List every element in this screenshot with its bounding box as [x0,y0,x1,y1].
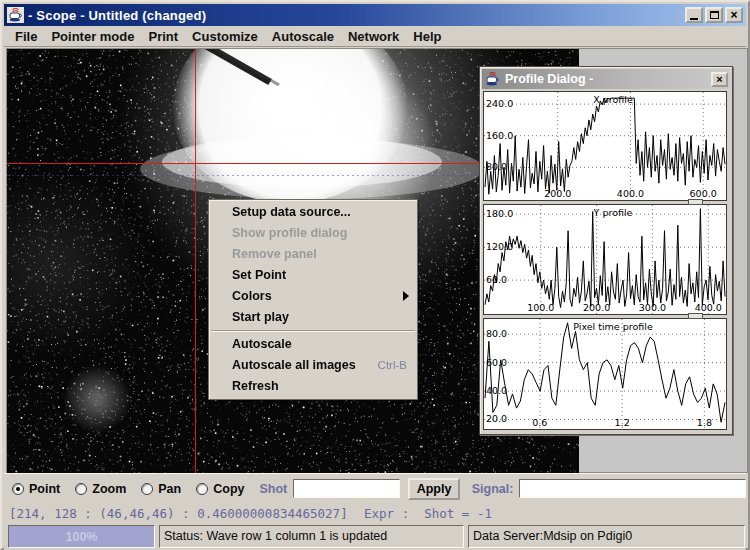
y-profile-chart[interactable]: 60.0120.0180.0100.0200.0300.0400.0Y prof… [483,204,727,315]
menu-item-label: Autoscale all images [232,358,356,372]
pixel-time-profile-chart[interactable]: 20.040.060.080.00.61.21.8Pixel time prof… [483,318,727,430]
radio-button-icon[interactable] [12,483,24,495]
progress-bar-fill: 100% [9,526,154,547]
svg-text:40.0: 40.0 [486,385,507,396]
menu-help[interactable]: Help [406,27,448,46]
radio-copy[interactable]: Copy [196,482,244,496]
svg-text:400.0: 400.0 [617,188,644,199]
svg-text:180.0: 180.0 [486,208,513,219]
menu-item-show-profile-dialog: Show profile dialog [210,223,416,244]
menu-item-label: Set Point [232,268,286,282]
profile-dialog-titlebar[interactable]: Profile Dialog - × [482,69,730,89]
menu-separator [211,330,415,332]
java-dialog-icon [484,71,501,87]
menu-item-label: Setup data source... [232,205,351,219]
minimize-button[interactable] [685,7,703,23]
radio-button-icon[interactable] [141,483,153,495]
radio-label: Pan [158,482,181,496]
radio-button-icon[interactable] [196,483,208,495]
signal-input[interactable] [519,479,746,498]
minimize-icon [690,18,698,20]
svg-text:60.0: 60.0 [486,357,507,368]
data-server-panel: Data Server:Mdsip on Pdigi0 [468,525,745,548]
radio-button-icon[interactable] [75,483,87,495]
splitter-grip[interactable] [688,313,703,319]
menu-item-label: Start play [232,310,289,324]
menu-item-label: Show profile dialog [232,226,347,240]
menu-file[interactable]: File [8,27,44,46]
wave-status-panel: Status: Wave row 1 column 1 is updated [159,525,464,548]
menu-item-label: Autoscale [232,337,292,351]
menu-customize[interactable]: Customize [185,27,265,46]
menu-network[interactable]: Network [341,27,406,46]
splitter-grip[interactable] [688,199,703,205]
radio-zoom[interactable]: Zoom [75,482,126,496]
svg-text:1.8: 1.8 [697,417,712,428]
pixel-coordinates-readout: [214, 128 : (46,46,46) : 0.4600000083446… [9,506,348,521]
close-icon: × [716,73,722,85]
window-titlebar[interactable]: - Scope - Untitled (changed) × [4,4,746,26]
maximize-button[interactable] [705,7,723,23]
menu-item-start-play[interactable]: Start play [210,307,416,328]
svg-text:160.0: 160.0 [486,130,513,141]
menu-print[interactable]: Print [141,27,185,46]
svg-text:400.0: 400.0 [695,302,722,313]
svg-text:200.0: 200.0 [583,302,610,313]
profile-dialog-title: Profile Dialog - [505,72,711,86]
crosshair-vertical-line [195,49,196,473]
svg-text:1.2: 1.2 [615,417,630,428]
menu-item-refresh[interactable]: Refresh [210,376,416,397]
pointer-mode-toolbar: Point Zoom Pan Copy Shot Apply Signal: [4,473,746,503]
context-menu: Setup data source... Show profile dialog… [208,199,418,400]
menu-item-label: Remove panel [232,247,317,261]
close-button[interactable]: × [725,7,743,23]
svg-text:600.0: 600.0 [690,188,717,199]
menu-accelerator: Ctrl-B [378,355,407,376]
scope-window: - Scope - Untitled (changed) × File Poin… [0,0,750,550]
menu-item-setup-data-source[interactable]: Setup data source... [210,202,416,223]
profile-charts-column: 80.0160.0240.0200.0400.0600.0X profile 6… [482,89,730,431]
radio-label: Point [29,482,60,496]
menu-item-autoscale[interactable]: Autoscale [210,334,416,355]
menu-item-label: Colors [232,289,272,303]
close-icon: × [730,9,737,21]
menu-autoscale[interactable]: Autoscale [265,27,341,46]
radio-pan[interactable]: Pan [141,482,181,496]
menu-item-remove-panel: Remove panel [210,244,416,265]
menu-item-set-point[interactable]: Set Point [210,265,416,286]
radio-label: Zoom [92,482,126,496]
svg-text:Pixel time profile: Pixel time profile [573,321,653,332]
apply-button[interactable]: Apply [408,478,460,500]
progress-bar: 100% [8,525,155,548]
signal-label: Signal: [472,482,514,496]
radio-point[interactable]: Point [12,482,60,496]
menu-pointer-mode[interactable]: Pointer mode [44,27,141,46]
pointer-mode-radio-group: Point Zoom Pan Copy [12,482,259,496]
svg-text:100.0: 100.0 [527,302,554,313]
status-bar: 100% Status: Wave row 1 column 1 is upda… [4,524,746,550]
svg-text:Y profile: Y profile [593,207,633,218]
pixel-status-line: [214, 128 : (46,46,46) : 0.4600000083446… [4,503,746,524]
svg-text:X profile: X profile [593,94,633,105]
progress-percent-label: 100% [66,530,98,544]
svg-text:200.0: 200.0 [544,188,571,199]
menu-item-colors[interactable]: Colors [210,286,416,307]
menu-item-label: Refresh [232,379,279,393]
menu-bar: File Pointer mode Print Customize Autosc… [4,26,746,47]
shot-label: Shot [259,482,287,496]
java-app-icon [7,7,24,23]
expr-shot-readout: Expr : Shot = -1 [364,506,492,521]
svg-text:20.0: 20.0 [486,413,507,424]
radio-label: Copy [213,482,244,496]
svg-text:80.0: 80.0 [486,328,507,339]
data-server-text: Data Server:Mdsip on Pdigi0 [469,526,744,547]
profile-dialog-close-button[interactable]: × [711,72,728,87]
shot-input[interactable] [293,479,400,498]
wave-status-text: Status: Wave row 1 column 1 is updated [160,526,463,547]
profile-dialog: Profile Dialog - × 80.0160.0240.0200.040… [479,66,733,435]
x-profile-chart[interactable]: 80.0160.0240.0200.0400.0600.0X profile [483,91,727,201]
menu-item-autoscale-all-images[interactable]: Autoscale all imagesCtrl-B [210,355,416,376]
window-title: - Scope - Untitled (changed) [28,8,685,23]
svg-text:0.6: 0.6 [532,417,547,428]
submenu-arrow-icon [403,291,409,301]
